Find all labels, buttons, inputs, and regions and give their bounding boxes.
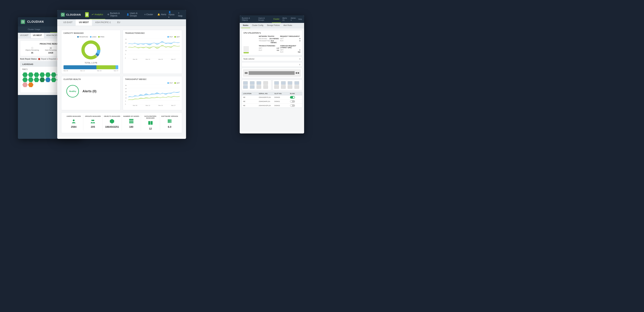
get-legend: GET [174, 36, 180, 38]
hex-13[interactable] [40, 78, 45, 82]
stat-objects-value: 1864543251 [102, 126, 122, 128]
right-stab-storage-policies[interactable]: Storage Policies [265, 23, 282, 28]
disk-table: LOCATION SERIAL NO. SLOT NO. BLINK NE 2S… [242, 92, 302, 108]
center-nav-cluster[interactable]: ≡ Cluster [142, 10, 155, 19]
svg-point-24 [92, 120, 93, 121]
throughput-card: THROUGHPUT MB/SEC PUT GET 30 25 [123, 76, 182, 110]
cpu-bar-1 [244, 46, 249, 53]
right-nav-help[interactable]: Help [298, 18, 302, 20]
hex-3[interactable] [34, 72, 39, 77]
throughput-get-line [128, 96, 180, 100]
row1-blink-toggle[interactable] [290, 100, 295, 103]
server-ports [296, 72, 299, 74]
center-nav-buckets[interactable]: ⚙ Buckets & Objects [105, 10, 124, 19]
left-tab-us-east[interactable]: US EAST [18, 33, 31, 38]
center-tab-eu[interactable]: EU [114, 19, 124, 26]
center-nav-admin[interactable]: 👤 Admin ▾ [168, 11, 176, 18]
stat-groups-icon [83, 118, 102, 125]
hex-19[interactable] [22, 82, 28, 87]
col-slot: SLOT NO. [274, 93, 290, 94]
svg-rect-27 [129, 119, 134, 120]
transactions-y-axis: 25 20 15 10 5 0 [125, 38, 127, 59]
right-nav-buckets[interactable]: Buckets & Objects [242, 17, 256, 21]
hex-4[interactable] [40, 72, 45, 77]
data-label: ▤ Data Remaining [45, 47, 56, 51]
stat-users-label: USERS MANAGED [64, 116, 83, 117]
server-expand[interactable]: ∧ [242, 62, 302, 67]
center-tab-us-west[interactable]: US WEST [76, 19, 92, 26]
received-row: RECEIVED: 15.6 KB/SEC [259, 38, 279, 40]
request-throughput-box: REQUEST THROUGHPUT GET: 0 PUT: 0 [280, 36, 300, 44]
donut-legend: RESERVED USED FREE [77, 36, 104, 38]
server-image [243, 70, 301, 76]
put-line [128, 42, 180, 45]
center-nav-help[interactable]: ? Help [178, 12, 182, 17]
disk-cell-7 [256, 85, 261, 89]
row2-slot: DISK02 [274, 105, 290, 106]
right-stab-cluster-config[interactable]: Cluster Config [250, 23, 265, 28]
svg-rect-28 [129, 120, 134, 122]
right-nav-alerts[interactable]: Alerts (1) [282, 17, 289, 21]
lat-put-value: 783 [298, 51, 300, 53]
center-grid-btn[interactable] [85, 12, 89, 17]
col-serial: SERIAL NO. [259, 93, 274, 94]
right-nav-admin[interactable]: Admin ▾ [291, 17, 297, 21]
hex-15[interactable] [51, 78, 56, 82]
left-tab-us-west[interactable]: US WEST [31, 33, 44, 38]
right-stab-nodes[interactable]: Nodes [241, 23, 250, 28]
center-logo-icon [61, 13, 65, 17]
hex-20[interactable] [28, 82, 34, 87]
disk-cell-r8 [294, 85, 299, 89]
hex-14[interactable] [45, 78, 51, 82]
cluster-usage-tab[interactable]: Cluster Usage [18, 26, 50, 32]
row0-blink-toggle[interactable] [290, 96, 295, 98]
stat-version-label: SOFTWARE VERSION [160, 116, 179, 117]
stat-groups-label: GROUPS MANAGED [83, 116, 102, 117]
cpu-bars-area: NETWORK TRAFFIC RECEIVED: 15.6 KB/SEC TR… [244, 36, 300, 53]
center-nav-alerts[interactable]: 🔔 Alerts [155, 10, 168, 19]
rtp-put-value: 0 [300, 40, 300, 42]
stat-objects-icon [102, 118, 122, 125]
stat-nodes-label: NUMBER OF NODES [122, 116, 141, 117]
txn-get-label: GET: [259, 47, 262, 49]
right-nav-users[interactable]: Users & Groups [258, 17, 270, 21]
server-expand-icon[interactable]: ∧ [299, 64, 300, 66]
cpu-fill-1 [244, 52, 249, 53]
get-dot [174, 36, 176, 38]
capacity-managed-card: CAPACITY MANAGED RESERVED USED [61, 30, 120, 74]
row0-serial: 2SHAK08YFLSA [259, 96, 274, 98]
right-nav-cluster[interactable]: Cluster [272, 16, 281, 23]
hex-5[interactable] [45, 72, 51, 77]
row2-location: NE [243, 105, 259, 106]
row0-slot: DISK00 [274, 96, 290, 98]
center-nav-analytics[interactable]: Analytics [90, 10, 105, 19]
rtp-put-row: PUT: 0 [280, 40, 300, 42]
disk-grid-left [242, 80, 271, 90]
center-nav-users[interactable]: 👤 Users & Groups [124, 10, 142, 19]
hex-6[interactable] [51, 72, 56, 77]
panel-right: Buckets & Objects Users & Groups Cluster… [240, 16, 304, 134]
transactions-legend: PUT GET [125, 36, 180, 38]
svg-rect-5 [87, 15, 88, 16]
disk-cell-4 [263, 81, 268, 85]
node-dropdown-arrow[interactable]: ▾ [300, 58, 300, 60]
hex-11[interactable] [28, 78, 34, 82]
lat-get-label: GET: [280, 49, 284, 51]
node-dropdown[interactable]: Node selector ▾ [242, 57, 302, 61]
right-stab-alert-rules[interactable]: Alert Rules [282, 23, 294, 28]
hex-12[interactable] [34, 78, 39, 82]
bar-reserved [64, 65, 96, 69]
disk-cell-2 [250, 81, 254, 85]
cluster-health-card: CLUSTER HEALTH Healthy Alerts (0) [61, 76, 120, 110]
objects-label: ⬡ Objects Remaining [26, 47, 39, 51]
cluster-health-title: CLUSTER HEALTH [64, 78, 118, 80]
row2-blink-toggle[interactable] [290, 104, 295, 107]
center-tab-asia[interactable]: ASIA PACIFIC-1 [92, 19, 114, 26]
hex-2[interactable] [28, 72, 34, 77]
txn-get-value: -1.0 [276, 47, 279, 49]
hex-1[interactable] [22, 72, 28, 77]
hex-10[interactable] [22, 78, 28, 82]
center-tab-us-east[interactable]: US EAST [60, 19, 76, 26]
stat-version: SOFTWARE VERSION 6.0 [160, 115, 179, 131]
throughput-legend: PUT GET [125, 82, 180, 84]
